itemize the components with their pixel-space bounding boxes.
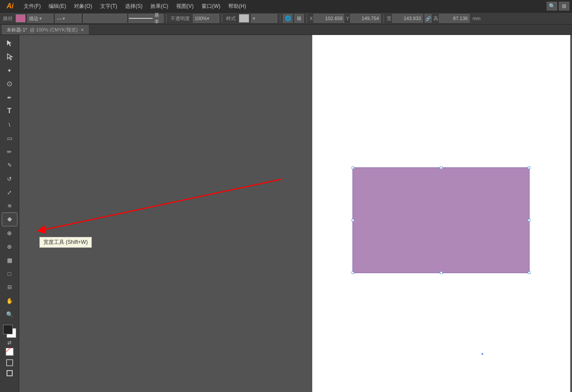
sep-4 bbox=[307, 14, 307, 23]
tooltip: 宽度工具 (Shift+W) bbox=[39, 237, 92, 248]
tool-shape-builder[interactable]: ⊕ bbox=[2, 226, 17, 239]
menu-effect[interactable]: 效果(C) bbox=[147, 1, 172, 11]
tool-scale[interactable]: ⤢ bbox=[2, 186, 17, 199]
tool-type[interactable]: T bbox=[2, 104, 17, 118]
svg-rect-1 bbox=[7, 360, 13, 366]
tool-direct-selection[interactable] bbox=[2, 50, 17, 63]
x-input[interactable] bbox=[314, 14, 344, 23]
w-input[interactable] bbox=[392, 14, 423, 23]
swatch-pair bbox=[3, 325, 16, 338]
tool-magic-wand[interactable]: ✦ bbox=[2, 64, 17, 77]
tab-close-btn[interactable]: ✕ bbox=[80, 28, 84, 32]
y-input[interactable] bbox=[350, 14, 381, 23]
tool-rotate[interactable]: ↺ bbox=[2, 172, 17, 185]
tool-selection[interactable] bbox=[2, 37, 17, 50]
w-input-group: 宽 bbox=[387, 14, 423, 23]
selected-rectangle[interactable] bbox=[352, 167, 530, 273]
sep-5 bbox=[384, 14, 384, 23]
ai-logo: Ai bbox=[3, 0, 17, 12]
arrange-icon[interactable]: ⊞ bbox=[559, 2, 569, 10]
tool-hand[interactable]: ✋ bbox=[2, 294, 17, 307]
fill-mode-btn[interactable] bbox=[3, 358, 16, 368]
x-input-group: X bbox=[310, 14, 344, 23]
handle-tl[interactable] bbox=[352, 167, 354, 169]
svg-rect-2 bbox=[7, 371, 12, 376]
y-label: Y bbox=[346, 16, 349, 21]
stroke-weight-dropdown[interactable]: — ▾ bbox=[55, 14, 81, 23]
stroke-dropdown[interactable]: 描边 ▾ bbox=[27, 14, 53, 23]
handle-ml[interactable] bbox=[352, 219, 354, 222]
color-swatches-area: ⇄ bbox=[3, 325, 16, 357]
h-input[interactable] bbox=[439, 14, 470, 23]
document-tab[interactable]: 未标题-1* @ 100% (CMYK/预览) ✕ bbox=[2, 25, 89, 35]
opacity-label: 不透明度 bbox=[169, 15, 191, 22]
sep-3 bbox=[280, 14, 280, 23]
menu-select[interactable]: 选择(S) bbox=[122, 1, 146, 11]
tab-subtitle: @ 100% (CMYK/预览) bbox=[30, 27, 78, 33]
menubar: Ai 文件(F) 编辑(E) 对象(O) 文字(T) 选择(S) 效果(C) 视… bbox=[0, 0, 572, 12]
search-icon[interactable]: 🔍 bbox=[547, 2, 557, 10]
h-input-group: 高 bbox=[433, 14, 470, 23]
fill-swatch[interactable] bbox=[16, 14, 25, 22]
handle-bc[interactable] bbox=[440, 271, 443, 274]
style-dropdown[interactable]: ▾ bbox=[251, 14, 277, 23]
artboard bbox=[312, 35, 570, 392]
h-label: 高 bbox=[433, 15, 438, 22]
link-icon[interactable]: 🔗 bbox=[425, 14, 432, 23]
handle-tr[interactable] bbox=[528, 167, 530, 169]
unit-label: mm bbox=[471, 16, 482, 21]
main-area: ✦ ⊙ ✒ T \ ▭ ✏ ✎ ↺ bbox=[0, 35, 572, 392]
sep-1 bbox=[166, 14, 167, 23]
menu-text[interactable]: 文字(T) bbox=[97, 1, 121, 11]
menu-object[interactable]: 对象(O) bbox=[70, 1, 95, 11]
none-color-btn[interactable] bbox=[6, 348, 14, 356]
opacity-dropdown[interactable]: 100% ▾ bbox=[193, 14, 219, 23]
stroke-line-display: 基本 bbox=[129, 14, 164, 23]
center-point bbox=[481, 353, 483, 355]
tab-title: 未标题-1* bbox=[7, 27, 27, 33]
handle-tc[interactable] bbox=[440, 167, 443, 169]
swap-colors-icon[interactable]: ⇄ bbox=[7, 340, 11, 346]
tabbar: 未标题-1* @ 100% (CMYK/预览) ✕ bbox=[0, 24, 572, 35]
tool-width[interactable] bbox=[2, 213, 17, 226]
tool-warp[interactable]: ≋ bbox=[2, 199, 17, 212]
svg-line-4 bbox=[41, 179, 282, 230]
left-toolbar: ✦ ⊙ ✒ T \ ▭ ✏ ✎ ↺ bbox=[0, 35, 19, 392]
toolbar: 路径 描边 ▾ — ▾ 基本 不透明度 100% ▾ 样式 ▾ 🌐 ⊞ X Y … bbox=[0, 12, 572, 24]
x-label: X bbox=[310, 16, 313, 21]
tool-pencil[interactable]: ✎ bbox=[2, 159, 17, 172]
menu-window[interactable]: 窗口(W) bbox=[198, 1, 224, 11]
handle-mr[interactable] bbox=[528, 219, 530, 222]
y-input-group: Y bbox=[346, 14, 380, 23]
globe-icon[interactable]: 🌐 bbox=[283, 14, 293, 23]
style-label: 样式 bbox=[225, 15, 237, 22]
handle-br[interactable] bbox=[528, 271, 530, 274]
foreground-swatch[interactable] bbox=[3, 325, 13, 334]
menu-view[interactable]: 视图(V) bbox=[173, 1, 197, 11]
grid-icon[interactable]: ⊞ bbox=[294, 14, 304, 23]
path-label: 路径 bbox=[2, 15, 14, 22]
tool-zoom[interactable]: 🔍 bbox=[2, 308, 17, 321]
stroke-mode-btn[interactable] bbox=[3, 368, 16, 378]
style-swatch[interactable] bbox=[239, 14, 249, 23]
canvas-area[interactable]: 宽度工具 (Shift+W) bbox=[19, 35, 572, 392]
w-label: 宽 bbox=[387, 15, 391, 22]
tool-artboard[interactable]: □ bbox=[2, 267, 17, 280]
sep-2 bbox=[222, 14, 222, 23]
tool-symbol-sprayer[interactable]: ⊛ bbox=[2, 240, 17, 253]
tool-paintbrush[interactable]: ✏ bbox=[2, 145, 17, 158]
stroke-dash-dropdown[interactable] bbox=[83, 14, 127, 23]
handle-bl[interactable] bbox=[352, 271, 354, 274]
tool-line[interactable]: \ bbox=[2, 118, 17, 131]
menu-file[interactable]: 文件(F) bbox=[20, 1, 44, 11]
menu-edit[interactable]: 编辑(E) bbox=[45, 1, 70, 11]
tool-rectangle[interactable]: ▭ bbox=[2, 132, 17, 145]
tool-slice[interactable]: ⊟ bbox=[2, 281, 17, 294]
tool-chart[interactable]: ▦ bbox=[2, 253, 17, 267]
menu-help[interactable]: 帮助(H) bbox=[225, 1, 250, 11]
annotation-arrow bbox=[19, 35, 312, 392]
tool-pen[interactable]: ✒ bbox=[2, 91, 17, 104]
tool-lasso[interactable]: ⊙ bbox=[2, 77, 17, 90]
